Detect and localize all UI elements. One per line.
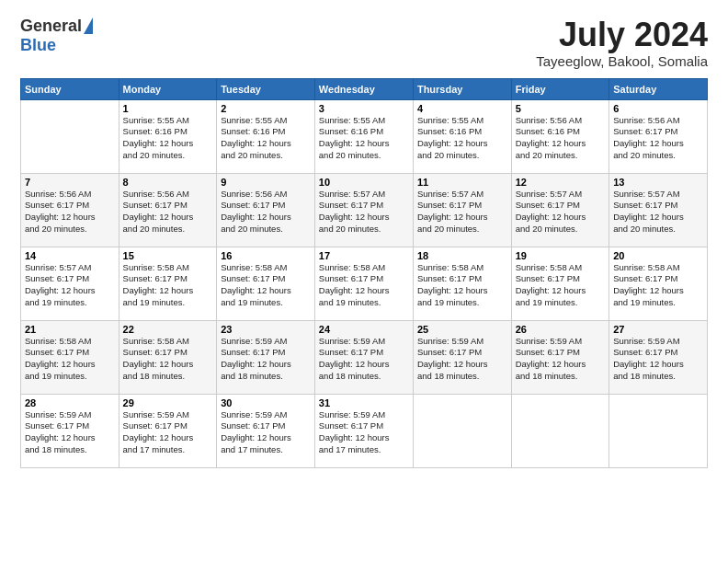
weekday-header-row: SundayMondayTuesdayWednesdayThursdayFrid… bbox=[21, 78, 708, 99]
day-number: 10 bbox=[319, 177, 409, 188]
day-detail: Sunrise: 5:57 AM Sunset: 6:17 PM Dayligh… bbox=[417, 189, 507, 236]
day-detail: Sunrise: 5:56 AM Sunset: 6:17 PM Dayligh… bbox=[613, 115, 703, 162]
calendar-cell: 31Sunrise: 5:59 AM Sunset: 6:17 PM Dayli… bbox=[314, 394, 413, 467]
day-detail: Sunrise: 5:58 AM Sunset: 6:17 PM Dayligh… bbox=[319, 262, 409, 309]
calendar-cell: 13Sunrise: 5:57 AM Sunset: 6:17 PM Dayli… bbox=[609, 173, 708, 247]
calendar-cell: 24Sunrise: 5:59 AM Sunset: 6:17 PM Dayli… bbox=[314, 320, 413, 394]
calendar-cell: 25Sunrise: 5:59 AM Sunset: 6:17 PM Dayli… bbox=[413, 320, 511, 394]
day-number: 26 bbox=[516, 324, 606, 335]
weekday-header-saturday: Saturday bbox=[609, 78, 708, 99]
day-detail: Sunrise: 5:59 AM Sunset: 6:17 PM Dayligh… bbox=[123, 409, 213, 456]
calendar-table: SundayMondayTuesdayWednesdayThursdayFrid… bbox=[20, 78, 708, 468]
day-number: 30 bbox=[221, 397, 311, 408]
day-number: 12 bbox=[516, 177, 606, 188]
calendar-cell: 5Sunrise: 5:56 AM Sunset: 6:16 PM Daylig… bbox=[511, 99, 609, 173]
calendar-cell: 18Sunrise: 5:58 AM Sunset: 6:17 PM Dayli… bbox=[413, 247, 511, 320]
week-row-2: 7Sunrise: 5:56 AM Sunset: 6:17 PM Daylig… bbox=[21, 173, 708, 247]
calendar-cell: 8Sunrise: 5:56 AM Sunset: 6:17 PM Daylig… bbox=[119, 173, 217, 247]
day-detail: Sunrise: 5:58 AM Sunset: 6:17 PM Dayligh… bbox=[417, 262, 507, 309]
day-number: 25 bbox=[417, 324, 507, 335]
day-detail: Sunrise: 5:59 AM Sunset: 6:17 PM Dayligh… bbox=[516, 336, 606, 383]
day-detail: Sunrise: 5:56 AM Sunset: 6:16 PM Dayligh… bbox=[516, 115, 606, 162]
calendar-cell: 29Sunrise: 5:59 AM Sunset: 6:17 PM Dayli… bbox=[119, 394, 217, 467]
calendar-cell: 12Sunrise: 5:57 AM Sunset: 6:17 PM Dayli… bbox=[511, 173, 609, 247]
calendar-cell bbox=[21, 99, 119, 173]
weekday-header-friday: Friday bbox=[511, 78, 609, 99]
day-number: 2 bbox=[221, 103, 311, 114]
calendar-cell bbox=[413, 394, 511, 467]
calendar-cell bbox=[609, 394, 708, 467]
day-number: 15 bbox=[123, 250, 213, 261]
day-number: 31 bbox=[319, 397, 409, 408]
day-number: 7 bbox=[25, 177, 115, 188]
day-detail: Sunrise: 5:56 AM Sunset: 6:17 PM Dayligh… bbox=[221, 189, 311, 236]
day-detail: Sunrise: 5:59 AM Sunset: 6:17 PM Dayligh… bbox=[221, 409, 311, 456]
calendar-cell: 2Sunrise: 5:55 AM Sunset: 6:16 PM Daylig… bbox=[217, 99, 315, 173]
day-detail: Sunrise: 5:58 AM Sunset: 6:17 PM Dayligh… bbox=[613, 262, 703, 309]
logo-triangle-icon bbox=[84, 17, 93, 34]
week-row-4: 21Sunrise: 5:58 AM Sunset: 6:17 PM Dayli… bbox=[21, 320, 708, 394]
week-row-3: 14Sunrise: 5:57 AM Sunset: 6:17 PM Dayli… bbox=[21, 247, 708, 320]
calendar-cell: 6Sunrise: 5:56 AM Sunset: 6:17 PM Daylig… bbox=[609, 99, 708, 173]
day-detail: Sunrise: 5:57 AM Sunset: 6:17 PM Dayligh… bbox=[319, 189, 409, 236]
day-detail: Sunrise: 5:56 AM Sunset: 6:17 PM Dayligh… bbox=[123, 189, 213, 236]
day-detail: Sunrise: 5:59 AM Sunset: 6:17 PM Dayligh… bbox=[319, 409, 409, 456]
calendar-cell: 27Sunrise: 5:59 AM Sunset: 6:17 PM Dayli… bbox=[609, 320, 708, 394]
day-number: 29 bbox=[123, 397, 213, 408]
day-number: 20 bbox=[613, 250, 703, 261]
weekday-header-monday: Monday bbox=[119, 78, 217, 99]
day-detail: Sunrise: 5:59 AM Sunset: 6:17 PM Dayligh… bbox=[25, 409, 115, 456]
calendar-cell: 7Sunrise: 5:56 AM Sunset: 6:17 PM Daylig… bbox=[21, 173, 119, 247]
day-number: 22 bbox=[123, 324, 213, 335]
day-number: 27 bbox=[613, 324, 703, 335]
day-detail: Sunrise: 5:55 AM Sunset: 6:16 PM Dayligh… bbox=[221, 115, 311, 162]
weekday-header-sunday: Sunday bbox=[21, 78, 119, 99]
day-number: 1 bbox=[123, 103, 213, 114]
day-detail: Sunrise: 5:59 AM Sunset: 6:17 PM Dayligh… bbox=[221, 336, 311, 383]
calendar-cell: 11Sunrise: 5:57 AM Sunset: 6:17 PM Dayli… bbox=[413, 173, 511, 247]
week-row-5: 28Sunrise: 5:59 AM Sunset: 6:17 PM Dayli… bbox=[21, 394, 708, 467]
day-detail: Sunrise: 5:55 AM Sunset: 6:16 PM Dayligh… bbox=[417, 115, 507, 162]
day-detail: Sunrise: 5:57 AM Sunset: 6:17 PM Dayligh… bbox=[516, 189, 606, 236]
calendar-cell bbox=[511, 394, 609, 467]
day-detail: Sunrise: 5:58 AM Sunset: 6:17 PM Dayligh… bbox=[25, 336, 115, 383]
day-number: 19 bbox=[516, 250, 606, 261]
week-row-1: 1Sunrise: 5:55 AM Sunset: 6:16 PM Daylig… bbox=[21, 99, 708, 173]
calendar-cell: 4Sunrise: 5:55 AM Sunset: 6:16 PM Daylig… bbox=[413, 99, 511, 173]
day-number: 24 bbox=[319, 324, 409, 335]
calendar-cell: 16Sunrise: 5:58 AM Sunset: 6:17 PM Dayli… bbox=[217, 247, 315, 320]
calendar-cell: 10Sunrise: 5:57 AM Sunset: 6:17 PM Dayli… bbox=[314, 173, 413, 247]
calendar-cell: 15Sunrise: 5:58 AM Sunset: 6:17 PM Dayli… bbox=[119, 247, 217, 320]
logo-general-text: General bbox=[20, 17, 82, 36]
calendar-cell: 17Sunrise: 5:58 AM Sunset: 6:17 PM Dayli… bbox=[314, 247, 413, 320]
day-detail: Sunrise: 5:58 AM Sunset: 6:17 PM Dayligh… bbox=[123, 336, 213, 383]
page: General Blue July 2024 Tayeeglow, Bakool… bbox=[0, 0, 728, 563]
day-number: 23 bbox=[221, 324, 311, 335]
day-detail: Sunrise: 5:58 AM Sunset: 6:17 PM Dayligh… bbox=[221, 262, 311, 309]
day-number: 4 bbox=[417, 103, 507, 114]
calendar-cell: 28Sunrise: 5:59 AM Sunset: 6:17 PM Dayli… bbox=[21, 394, 119, 467]
calendar-cell: 20Sunrise: 5:58 AM Sunset: 6:17 PM Dayli… bbox=[609, 247, 708, 320]
calendar-cell: 26Sunrise: 5:59 AM Sunset: 6:17 PM Dayli… bbox=[511, 320, 609, 394]
day-detail: Sunrise: 5:55 AM Sunset: 6:16 PM Dayligh… bbox=[319, 115, 409, 162]
calendar-cell: 21Sunrise: 5:58 AM Sunset: 6:17 PM Dayli… bbox=[21, 320, 119, 394]
day-number: 16 bbox=[221, 250, 311, 261]
calendar-cell: 9Sunrise: 5:56 AM Sunset: 6:17 PM Daylig… bbox=[217, 173, 315, 247]
day-detail: Sunrise: 5:59 AM Sunset: 6:17 PM Dayligh… bbox=[319, 336, 409, 383]
calendar-cell: 3Sunrise: 5:55 AM Sunset: 6:16 PM Daylig… bbox=[314, 99, 413, 173]
day-number: 18 bbox=[417, 250, 507, 261]
calendar-cell: 30Sunrise: 5:59 AM Sunset: 6:17 PM Dayli… bbox=[217, 394, 315, 467]
day-detail: Sunrise: 5:56 AM Sunset: 6:17 PM Dayligh… bbox=[25, 189, 115, 236]
calendar-cell: 14Sunrise: 5:57 AM Sunset: 6:17 PM Dayli… bbox=[21, 247, 119, 320]
main-title: July 2024 bbox=[536, 17, 708, 53]
calendar-cell: 23Sunrise: 5:59 AM Sunset: 6:17 PM Dayli… bbox=[217, 320, 315, 394]
logo-blue-text: Blue bbox=[20, 36, 56, 55]
header: General Blue July 2024 Tayeeglow, Bakool… bbox=[20, 17, 708, 69]
day-detail: Sunrise: 5:57 AM Sunset: 6:17 PM Dayligh… bbox=[613, 189, 703, 236]
calendar-cell: 19Sunrise: 5:58 AM Sunset: 6:17 PM Dayli… bbox=[511, 247, 609, 320]
day-number: 3 bbox=[319, 103, 409, 114]
logo: General Blue bbox=[20, 17, 93, 55]
day-number: 6 bbox=[613, 103, 703, 114]
day-detail: Sunrise: 5:55 AM Sunset: 6:16 PM Dayligh… bbox=[123, 115, 213, 162]
day-detail: Sunrise: 5:59 AM Sunset: 6:17 PM Dayligh… bbox=[613, 336, 703, 383]
